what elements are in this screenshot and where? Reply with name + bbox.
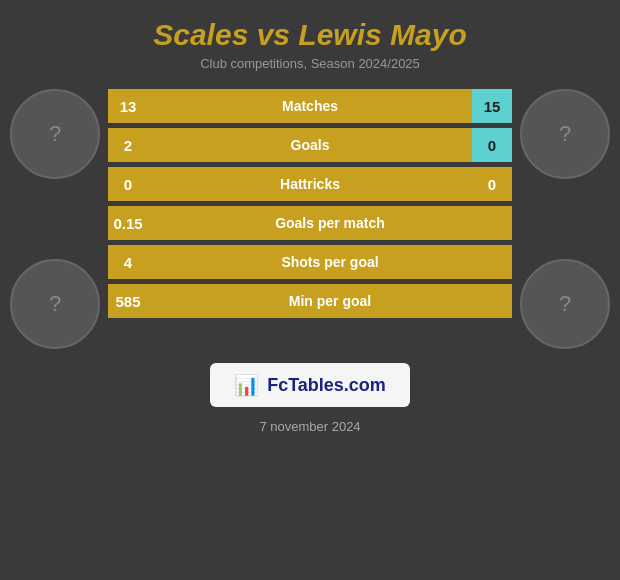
- matches-left-value: 13: [108, 89, 148, 123]
- question-icon: ?: [49, 121, 61, 147]
- hattricks-label: Hattricks: [148, 167, 472, 201]
- left-player-avatar-top: ?: [10, 89, 100, 179]
- question-icon-3: ?: [559, 121, 571, 147]
- goals-label: Goals: [148, 128, 472, 162]
- gpm-label: Goals per match: [148, 206, 512, 240]
- logo-box: 📊 FcTables.com: [210, 363, 410, 407]
- right-player-avatar-bottom: ?: [520, 259, 610, 349]
- question-icon-4: ?: [559, 291, 571, 317]
- gpm-left-value: 0.15: [108, 206, 148, 240]
- spg-left-value: 4: [108, 245, 148, 279]
- spg-label: Shots per goal: [148, 245, 512, 279]
- main-content: ? ? 13 Matches 15 2 Goals 0 0 Hattricks …: [0, 79, 620, 349]
- question-icon-2: ?: [49, 291, 61, 317]
- mpg-left-value: 585: [108, 284, 148, 318]
- gpm-row: 0.15 Goals per match: [108, 206, 512, 240]
- chart-icon: 📊: [234, 373, 259, 397]
- hattricks-right-value: 0: [472, 167, 512, 201]
- logo-text: FcTables.com: [267, 375, 386, 396]
- hattricks-left-value: 0: [108, 167, 148, 201]
- goals-right-value: 0: [472, 128, 512, 162]
- goals-left-value: 2: [108, 128, 148, 162]
- right-player-section: ? ?: [520, 89, 610, 349]
- mpg-label: Min per goal: [148, 284, 512, 318]
- spg-row: 4 Shots per goal: [108, 245, 512, 279]
- left-player-section: ? ?: [10, 89, 100, 349]
- matches-label: Matches: [148, 89, 472, 123]
- stats-table: 13 Matches 15 2 Goals 0 0 Hattricks 0 0.…: [108, 89, 512, 318]
- left-player-avatar-bottom: ?: [10, 259, 100, 349]
- page-subtitle: Club competitions, Season 2024/2025: [153, 56, 467, 71]
- footer-date: 7 november 2024: [259, 419, 360, 434]
- page-header: Scales vs Lewis Mayo Club competitions, …: [133, 0, 487, 79]
- logo-section: 📊 FcTables.com: [210, 363, 410, 407]
- right-player-avatar-top: ?: [520, 89, 610, 179]
- page-title: Scales vs Lewis Mayo: [153, 18, 467, 52]
- matches-right-value: 15: [472, 89, 512, 123]
- mpg-row: 585 Min per goal: [108, 284, 512, 318]
- hattricks-row: 0 Hattricks 0: [108, 167, 512, 201]
- matches-row: 13 Matches 15: [108, 89, 512, 123]
- goals-row: 2 Goals 0: [108, 128, 512, 162]
